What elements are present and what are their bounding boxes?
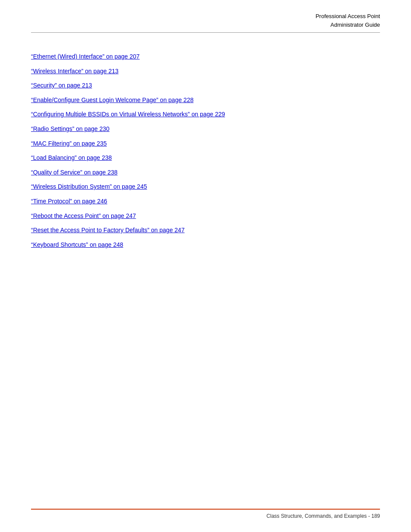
toc-item: “Ethernet (Wired) Interface” on page 207: [31, 53, 380, 61]
toc-item: “Keyboard Shortcuts” on page 248: [31, 241, 380, 249]
link-time-protocol[interactable]: “Time Protocol” on page 246: [31, 198, 107, 205]
toc-item: “Load Balancing” on page 238: [31, 154, 380, 162]
link-wireless[interactable]: “Wireless Interface” on page 213: [31, 68, 118, 75]
toc-item: “MAC Filtering” on page 235: [31, 140, 380, 148]
page-header: Professional Access Point Administrator …: [31, 12, 380, 33]
toc-item: “Enable/Configure Guest Login Welcome Pa…: [31, 96, 380, 105]
footer-rule: [31, 509, 380, 510]
link-keyboard[interactable]: “Keyboard Shortcuts” on page 248: [31, 241, 123, 248]
toc-item: “Reboot the Access Point” on page 247: [31, 212, 380, 221]
link-guest-login[interactable]: “Enable/Configure Guest Login Welcome Pa…: [31, 96, 193, 103]
link-ethernet[interactable]: “Ethernet (Wired) Interface” on page 207: [31, 53, 140, 60]
link-quality-of-service[interactable]: “Quality of Service” on page 238: [31, 169, 118, 176]
toc-item: “Security” on page 213: [31, 81, 380, 90]
page-footer: Class Structure, Commands, and Examples …: [0, 509, 411, 519]
toc-content: “Ethernet (Wired) Interface” on page 207…: [31, 46, 380, 249]
link-load-balancing[interactable]: “Load Balancing” on page 238: [31, 154, 112, 161]
toc-item: “Wireless Distribution System” on page 2…: [31, 183, 380, 191]
page-container: Professional Access Point Administrator …: [0, 0, 411, 532]
link-bssids[interactable]: “Configuring Multiple BSSIDs on Virtual …: [31, 111, 225, 118]
link-reset[interactable]: “Reset the Access Point to Factory Defau…: [31, 227, 184, 233]
toc-item: “Wireless Interface” on page 213: [31, 67, 380, 76]
link-security[interactable]: “Security” on page 213: [31, 82, 92, 89]
link-wds[interactable]: “Wireless Distribution System” on page 2…: [31, 183, 147, 190]
link-reboot[interactable]: “Reboot the Access Point” on page 247: [31, 212, 136, 219]
header-line2: Administrator Guide: [330, 22, 380, 28]
link-radio-settings[interactable]: “Radio Settings” on page 230: [31, 125, 109, 132]
toc-item: “Radio Settings” on page 230: [31, 125, 380, 134]
toc-item: “Quality of Service” on page 238: [31, 168, 380, 177]
header-title: Professional Access Point Administrator …: [315, 12, 380, 29]
header-line1: Professional Access Point: [315, 13, 380, 19]
toc-item: “Configuring Multiple BSSIDs on Virtual …: [31, 110, 380, 119]
link-mac-filtering[interactable]: “MAC Filtering” on page 235: [31, 140, 107, 147]
toc-item: “Time Protocol” on page 246: [31, 197, 380, 206]
footer-text: Class Structure, Commands, and Examples …: [31, 513, 380, 519]
toc-item: “Reset the Access Point to Factory Defau…: [31, 226, 380, 235]
